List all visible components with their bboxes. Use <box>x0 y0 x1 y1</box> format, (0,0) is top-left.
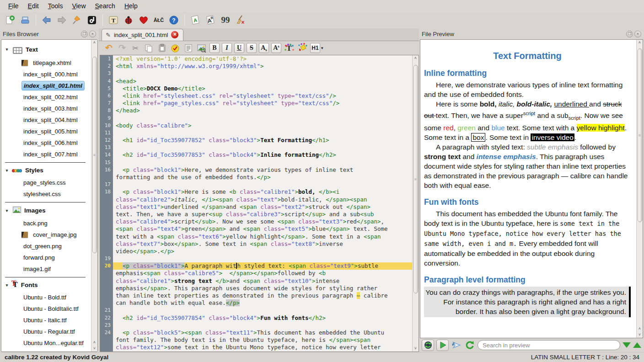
copy-button[interactable] <box>143 43 154 53</box>
help-button[interactable]: ? <box>167 14 180 27</box>
code-row[interactable]: 16 <p class="block1">Here, we demonstrat… <box>100 166 412 174</box>
scroll-up-arrow[interactable]: ˄ <box>93 340 96 346</box>
file-item[interactable]: image1.gif <box>1 263 91 275</box>
bold-button[interactable]: B <box>209 43 220 53</box>
italic-button[interactable]: I <box>222 43 232 53</box>
smarten-punctuation-button[interactable]: 99 <box>219 14 232 27</box>
code-row[interactable]: emphasis<span class="calibre5"> </span><… <box>100 270 412 277</box>
preview-scrollbar-thumb[interactable]: ≡ <box>638 48 642 222</box>
code-row[interactable]: than inline text properties as demonstra… <box>100 292 412 299</box>
background-color-button[interactable] <box>297 43 308 53</box>
text-color-button[interactable]: T <box>284 43 295 53</box>
pretty-print-button[interactable] <box>183 43 194 53</box>
code-row[interactable]: 4<head> <box>100 78 412 85</box>
remove-unused-css-broom-icon[interactable]: × <box>234 14 247 27</box>
file-item[interactable]: index_split_002.html <box>1 91 91 103</box>
scroll-up-arrow[interactable]: ˄ <box>639 326 641 332</box>
edit-toc-button[interactable]: T. <box>107 14 120 27</box>
code-row[interactable]: 13 <box>100 144 412 151</box>
follow-cursor-button[interactable] <box>451 340 462 351</box>
scroll-down-arrow[interactable]: ˅ <box>414 346 417 351</box>
menu-search[interactable]: Search <box>91 0 120 11</box>
forward-button[interactable] <box>55 14 68 27</box>
code-row[interactable]: class="text7">box</span>. Some text in <… <box>100 240 412 248</box>
check-book-ladybug-icon[interactable] <box>122 14 135 27</box>
file-item[interactable]: index_split_001.html <box>1 80 91 91</box>
code-row[interactable]: 3 <box>100 70 412 77</box>
file-item[interactable]: Ubuntu - Regular.ttf <box>1 326 91 337</box>
code-row[interactable]: 8</head> <box>100 107 412 114</box>
preview-scrollbar[interactable]: ˄ ≡ ˄ ˅ <box>636 40 643 338</box>
file-item[interactable]: index_split_006.html <box>1 137 91 149</box>
scroll-up-arrow[interactable]: ˄ <box>639 40 641 46</box>
code-row[interactable]: emphasis</span>. This paragraph uses doc… <box>100 285 412 292</box>
compare-ab-button[interactable]: AB <box>204 14 217 27</box>
section-header-fonts[interactable]: ▾TTFonts <box>1 278 91 292</box>
file-item[interactable]: index_split_004.html <box>1 114 91 126</box>
code-editor[interactable]: 1<?xml version='1.0' encoding='utf-8'?>2… <box>100 55 419 352</box>
code-row[interactable]: <span class="text4">green</span> and <sp… <box>100 225 412 233</box>
code-row[interactable]: 22 <h2 id="id_Toc359077854" class="block… <box>100 314 412 322</box>
cut-button[interactable]: ✂ <box>130 43 141 53</box>
sidebar-scrollbar-thumb[interactable]: ≡ <box>92 57 97 253</box>
code-row[interactable]: can handle both with equal ease.</p> <box>100 299 412 307</box>
code-row[interactable]: 2<html xmlns="http://www.w3.org/1999/xht… <box>100 63 412 70</box>
spell-check-button[interactable]: A <box>189 14 202 27</box>
code-row[interactable]: 15 <box>100 159 412 166</box>
run-preview-button[interactable] <box>436 340 449 351</box>
insert-special-character-button[interactable]: ÅŁČ <box>152 14 165 27</box>
fix-html-button[interactable] <box>170 43 181 53</box>
scroll-down-arrow[interactable]: ˅ <box>639 332 641 338</box>
insert-image-button[interactable] <box>196 43 207 53</box>
file-item[interactable]: index_split_007.html <box>1 149 91 160</box>
menu-help[interactable]: Help <box>120 0 142 11</box>
menu-edit[interactable]: Edit <box>23 0 43 11</box>
underline-button[interactable]: U <box>234 43 244 53</box>
menu-tools[interactable]: Tools <box>43 0 68 11</box>
search-in-preview-input[interactable] <box>478 340 620 350</box>
code-row[interactable]: 18 <p class="block1">Here is some <b cla… <box>100 188 412 196</box>
code-row[interactable]: font family. The body text is in the Ubu… <box>100 336 412 344</box>
file-item[interactable]: Ubuntu - Bold.ttf <box>1 292 91 303</box>
file-item[interactable]: cover_image.jpg <box>1 229 91 240</box>
code-row[interactable]: formatting and the use of embedded fonts… <box>100 174 412 181</box>
close-panel-button[interactable]: × <box>89 31 96 37</box>
code-row[interactable]: 23 <box>100 322 412 329</box>
code-row[interactable]: text with a <span class="text6">yellow h… <box>100 233 412 240</box>
code-row[interactable]: 12 <h1 id="id_Toc359077852" class="block… <box>100 137 412 144</box>
create-checkpoint-pin-icon[interactable] <box>70 14 83 27</box>
superscript-button[interactable]: As <box>271 43 281 53</box>
save-button[interactable] <box>19 14 32 27</box>
float-panel-button[interactable]: ❒ <box>81 31 88 37</box>
code-row[interactable]: class="calibre4">script</sub>. Now we se… <box>100 218 412 225</box>
menu-file[interactable]: File <box>4 0 23 11</box>
chevron-down-icon[interactable]: ▾ <box>4 47 10 52</box>
code-row[interactable]: video</span>.</p> <box>100 248 412 255</box>
code-row[interactable]: 17 <box>100 181 412 188</box>
code-row[interactable]: 19 <box>100 255 412 262</box>
auto-refresh-preview-button[interactable] <box>422 340 434 351</box>
scroll-up-arrow[interactable]: ˄ <box>93 40 96 46</box>
file-item[interactable]: dot_green.png <box>1 240 91 252</box>
new-file-button[interactable] <box>4 14 16 27</box>
code-row-current[interactable]: 20 <p class="block1">A paragraph with st… <box>100 262 412 270</box>
close-panel-button[interactable]: × <box>634 31 641 37</box>
code-row[interactable]: 6 <link href="stylesheet.css" rel="style… <box>100 92 412 100</box>
code-row[interactable]: class="calibre2">italic, </i><span class… <box>100 196 412 203</box>
file-item[interactable]: titlepage.xhtml <box>1 57 91 69</box>
section-header-styles[interactable]: ▾Styles <box>1 164 91 177</box>
find-previous-icon[interactable] <box>633 342 641 348</box>
editor-scrollbar-thumb[interactable]: ≡ <box>413 65 418 293</box>
code-row[interactable]: 24 <p class="block5"><span class="text11… <box>100 329 412 336</box>
code-row[interactable]: 1<?xml version='1.0' encoding='utf-8'?> <box>100 55 412 63</box>
reload-preview-button[interactable] <box>464 340 475 351</box>
redo-button[interactable]: ↷ <box>117 43 128 53</box>
code-row[interactable]: 14 <h2 id="id_Toc359077853" class="block… <box>100 151 412 159</box>
subscript-button[interactable]: As <box>259 43 269 53</box>
file-item[interactable]: index_split_000.html <box>1 69 91 80</box>
file-item[interactable]: Ubuntu - Italic.ttf <box>1 314 91 326</box>
menu-view[interactable]: View <box>67 0 90 11</box>
file-item[interactable]: Ubuntu - BoldItalic.ttf <box>1 303 91 314</box>
file-item[interactable]: back.png <box>1 218 91 229</box>
scroll-up-arrow[interactable]: ˄ <box>414 55 417 61</box>
